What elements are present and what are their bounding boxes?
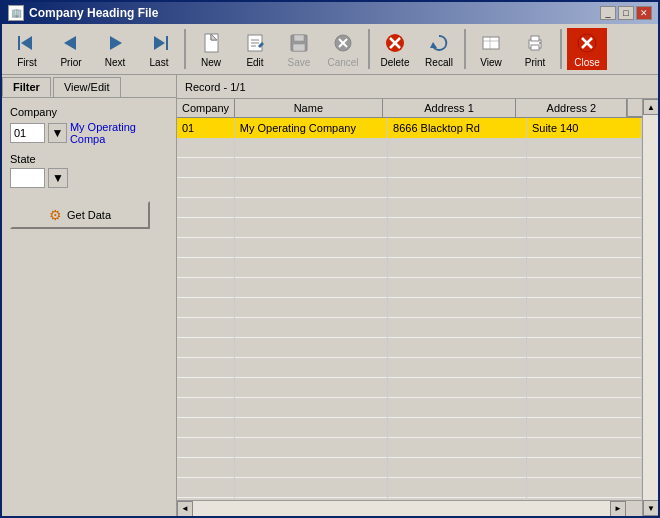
first-icon: [15, 31, 39, 55]
print-button[interactable]: Print: [514, 27, 556, 71]
empty-row: [177, 378, 642, 398]
tab-bar: Filter View/Edit: [2, 75, 176, 98]
scroll-up-button[interactable]: ▲: [643, 99, 658, 115]
company-dropdown[interactable]: ▼: [48, 123, 67, 143]
svg-rect-15: [293, 44, 305, 51]
vertical-scrollbar: ▲ ▼: [642, 99, 658, 516]
recall-button[interactable]: Recall: [418, 27, 460, 71]
new-button[interactable]: New: [190, 27, 232, 71]
empty-row: [177, 298, 642, 318]
close-button[interactable]: Close: [566, 27, 608, 71]
last-svg: [148, 33, 170, 53]
col-header-addr2: Address 2: [516, 99, 627, 117]
close-svg: [576, 32, 598, 54]
delete-svg: [384, 32, 406, 54]
next-svg: [104, 33, 126, 53]
prior-button[interactable]: Prior: [50, 27, 92, 71]
new-label: New: [201, 57, 221, 68]
company-label: Company: [10, 106, 168, 118]
table-area: Company Name Address 1 Address 2: [177, 99, 642, 516]
main-window: 🏢 Company Heading File _ □ ✕ First: [0, 0, 660, 518]
empty-row: [177, 158, 642, 178]
view-icon: [479, 31, 503, 55]
state-dropdown[interactable]: ▼: [48, 168, 68, 188]
edit-icon: [243, 31, 267, 55]
print-icon: [523, 31, 547, 55]
scroll-left-button[interactable]: ◄: [177, 501, 193, 517]
svg-marker-4: [154, 36, 165, 50]
delete-label: Delete: [381, 57, 410, 68]
company-name-link[interactable]: My Operating Compa: [70, 121, 168, 145]
last-label: Last: [150, 57, 169, 68]
last-button[interactable]: Last: [138, 27, 180, 71]
empty-row: [177, 398, 642, 418]
state-field-group: State ▼: [10, 153, 168, 188]
separator-1: [184, 29, 186, 69]
recall-svg: [428, 32, 450, 54]
edit-button[interactable]: Edit: [234, 27, 276, 71]
window-icon: 🏢: [8, 5, 24, 21]
empty-row: [177, 198, 642, 218]
header-scroll-spacer: [627, 99, 642, 117]
next-label: Next: [105, 57, 126, 68]
empty-row: [177, 438, 642, 458]
maximize-button[interactable]: □: [618, 6, 634, 20]
prior-label: Prior: [60, 57, 81, 68]
tab-filter[interactable]: Filter: [2, 77, 51, 97]
save-button[interactable]: Save: [278, 27, 320, 71]
window-title: Company Heading File: [29, 6, 158, 20]
new-svg: [200, 32, 222, 54]
horizontal-scrollbar: ◄ ►: [177, 500, 642, 516]
svg-marker-22: [430, 42, 437, 48]
svg-rect-14: [294, 35, 304, 41]
state-row: ▼: [10, 168, 168, 188]
state-input[interactable]: [10, 168, 45, 188]
first-button[interactable]: First: [6, 27, 48, 71]
scroll-right-button[interactable]: ►: [610, 501, 626, 517]
cancel-button[interactable]: Cancel: [322, 27, 364, 71]
cell-addr1-0: 8666 Blacktop Rd: [388, 118, 527, 138]
recall-label: Recall: [425, 57, 453, 68]
save-icon: [287, 31, 311, 55]
empty-row: [177, 238, 642, 258]
scroll-h-track[interactable]: [193, 501, 610, 517]
scroll-v-track[interactable]: [643, 115, 658, 500]
svg-rect-23: [483, 37, 499, 49]
col-header-addr1: Address 1: [383, 99, 517, 117]
minimize-button[interactable]: _: [600, 6, 616, 20]
filter-panel: Company ▼ My Operating Compa State ▼: [2, 98, 176, 237]
delete-icon: [383, 31, 407, 55]
prior-icon: [59, 31, 83, 55]
table-body: 01 My Operating Company 8666 Blacktop Rd…: [177, 118, 642, 500]
delete-button[interactable]: Delete: [374, 27, 416, 71]
cell-company-0: 01: [177, 118, 235, 138]
tab-view-edit[interactable]: View/Edit: [53, 77, 121, 97]
prior-svg: [60, 33, 82, 53]
empty-row: [177, 258, 642, 278]
scroll-down-button[interactable]: ▼: [643, 500, 658, 516]
first-label: First: [17, 57, 36, 68]
get-data-button[interactable]: ⚙ Get Data: [10, 201, 150, 229]
cancel-label: Cancel: [327, 57, 358, 68]
empty-row: [177, 318, 642, 338]
view-button[interactable]: View: [470, 27, 512, 71]
next-button[interactable]: Next: [94, 27, 136, 71]
company-input[interactable]: [10, 123, 45, 143]
cancel-svg: [332, 32, 354, 54]
col-header-company: Company: [177, 99, 235, 117]
cancel-icon: [331, 31, 355, 55]
empty-row: [177, 138, 642, 158]
empty-row: [177, 178, 642, 198]
table-row[interactable]: 01 My Operating Company 8666 Blacktop Rd…: [177, 118, 642, 138]
title-bar-left: 🏢 Company Heading File: [8, 5, 158, 21]
right-panel: Record - 1/1 Company Name Address 1: [177, 75, 658, 516]
col-header-name: Name: [235, 99, 383, 117]
empty-row: [177, 418, 642, 438]
empty-row: [177, 218, 642, 238]
window-close-button[interactable]: ✕: [636, 6, 652, 20]
get-data-icon: ⚙: [49, 207, 62, 223]
print-label: Print: [525, 57, 546, 68]
get-data-label: Get Data: [67, 209, 111, 221]
first-svg: [16, 33, 38, 53]
tab-view-edit-label: View/Edit: [64, 81, 110, 93]
